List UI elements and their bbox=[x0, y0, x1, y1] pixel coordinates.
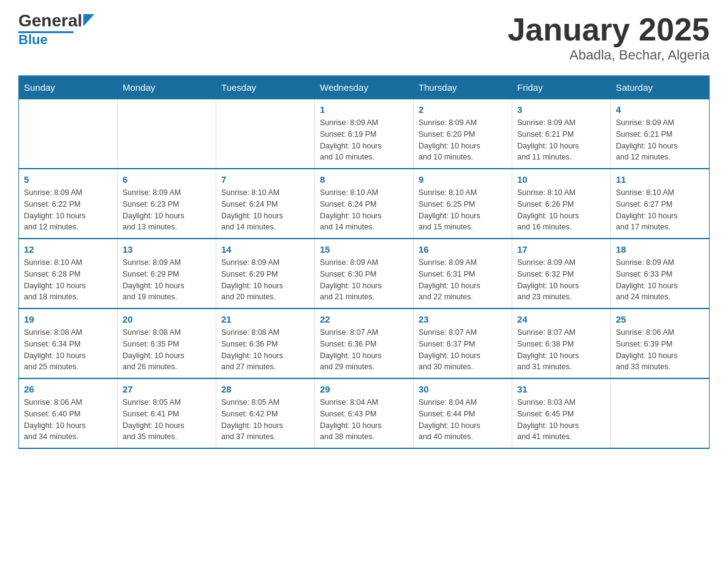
day-info: Sunrise: 8:10 AM Sunset: 6:27 PM Dayligh… bbox=[616, 187, 704, 233]
calendar-week-row: 1Sunrise: 8:09 AM Sunset: 6:19 PM Daylig… bbox=[19, 99, 710, 169]
day-info: Sunrise: 8:09 AM Sunset: 6:29 PM Dayligh… bbox=[221, 257, 309, 303]
day-number: 31 bbox=[517, 384, 605, 394]
day-info: Sunrise: 8:09 AM Sunset: 6:21 PM Dayligh… bbox=[517, 117, 605, 163]
day-number: 6 bbox=[123, 174, 211, 185]
day-number: 17 bbox=[517, 244, 605, 255]
day-number: 28 bbox=[221, 384, 309, 394]
day-number: 29 bbox=[320, 384, 408, 394]
column-header-tuesday: Tuesday bbox=[216, 76, 315, 99]
calendar-cell: 17Sunrise: 8:09 AM Sunset: 6:32 PM Dayli… bbox=[512, 239, 611, 308]
day-info: Sunrise: 8:10 AM Sunset: 6:25 PM Dayligh… bbox=[419, 187, 507, 233]
day-info: Sunrise: 8:04 AM Sunset: 6:44 PM Dayligh… bbox=[419, 397, 507, 443]
day-info: Sunrise: 8:09 AM Sunset: 6:32 PM Dayligh… bbox=[517, 257, 605, 303]
day-info: Sunrise: 8:09 AM Sunset: 6:33 PM Dayligh… bbox=[616, 257, 704, 303]
calendar-cell bbox=[19, 99, 118, 169]
day-info: Sunrise: 8:06 AM Sunset: 6:40 PM Dayligh… bbox=[24, 397, 112, 443]
page-header: General Blue January 2025 Abadla, Bechar… bbox=[18, 12, 710, 63]
day-info: Sunrise: 8:09 AM Sunset: 6:21 PM Dayligh… bbox=[616, 117, 704, 163]
calendar-cell bbox=[611, 378, 710, 448]
calendar-cell: 15Sunrise: 8:09 AM Sunset: 6:30 PM Dayli… bbox=[315, 239, 414, 308]
calendar-table: SundayMondayTuesdayWednesdayThursdayFrid… bbox=[18, 75, 710, 449]
logo-triangle-icon bbox=[83, 14, 94, 26]
calendar-week-row: 19Sunrise: 8:08 AM Sunset: 6:34 PM Dayli… bbox=[19, 308, 710, 378]
day-number: 30 bbox=[419, 384, 507, 394]
logo-general: General bbox=[18, 12, 82, 29]
calendar-cell bbox=[216, 99, 315, 169]
calendar-cell: 29Sunrise: 8:04 AM Sunset: 6:43 PM Dayli… bbox=[315, 378, 414, 448]
calendar-cell: 27Sunrise: 8:05 AM Sunset: 6:41 PM Dayli… bbox=[118, 378, 216, 448]
day-number: 12 bbox=[24, 244, 112, 255]
day-number: 9 bbox=[419, 174, 507, 185]
column-header-friday: Friday bbox=[512, 76, 611, 99]
day-info: Sunrise: 8:06 AM Sunset: 6:39 PM Dayligh… bbox=[616, 327, 704, 373]
column-header-monday: Monday bbox=[118, 76, 216, 99]
day-info: Sunrise: 8:10 AM Sunset: 6:24 PM Dayligh… bbox=[320, 187, 408, 233]
day-info: Sunrise: 8:08 AM Sunset: 6:35 PM Dayligh… bbox=[123, 327, 211, 373]
day-info: Sunrise: 8:04 AM Sunset: 6:43 PM Dayligh… bbox=[320, 397, 408, 443]
calendar-cell: 30Sunrise: 8:04 AM Sunset: 6:44 PM Dayli… bbox=[414, 378, 512, 448]
page-subtitle: Abadla, Bechar, Algeria bbox=[507, 47, 710, 63]
calendar-cell: 23Sunrise: 8:07 AM Sunset: 6:37 PM Dayli… bbox=[414, 308, 512, 378]
column-header-saturday: Saturday bbox=[611, 76, 710, 99]
day-info: Sunrise: 8:10 AM Sunset: 6:24 PM Dayligh… bbox=[221, 187, 309, 233]
calendar-cell bbox=[118, 99, 216, 169]
logo: General Blue bbox=[18, 12, 94, 47]
day-info: Sunrise: 8:05 AM Sunset: 6:42 PM Dayligh… bbox=[221, 397, 309, 443]
day-number: 15 bbox=[320, 244, 408, 255]
day-info: Sunrise: 8:09 AM Sunset: 6:19 PM Dayligh… bbox=[320, 117, 408, 163]
day-number: 27 bbox=[123, 384, 211, 394]
day-number: 23 bbox=[419, 314, 507, 324]
day-info: Sunrise: 8:03 AM Sunset: 6:45 PM Dayligh… bbox=[517, 397, 605, 443]
day-number: 7 bbox=[221, 174, 309, 185]
day-info: Sunrise: 8:10 AM Sunset: 6:26 PM Dayligh… bbox=[517, 187, 605, 233]
day-info: Sunrise: 8:07 AM Sunset: 6:36 PM Dayligh… bbox=[320, 327, 408, 373]
calendar-week-row: 5Sunrise: 8:09 AM Sunset: 6:22 PM Daylig… bbox=[19, 169, 710, 239]
day-info: Sunrise: 8:09 AM Sunset: 6:20 PM Dayligh… bbox=[419, 117, 507, 163]
svg-marker-0 bbox=[83, 14, 94, 26]
day-number: 1 bbox=[320, 104, 408, 115]
day-number: 14 bbox=[221, 244, 309, 255]
day-info: Sunrise: 8:08 AM Sunset: 6:36 PM Dayligh… bbox=[221, 327, 309, 373]
day-number: 20 bbox=[123, 314, 211, 324]
calendar-cell: 8Sunrise: 8:10 AM Sunset: 6:24 PM Daylig… bbox=[315, 169, 414, 239]
calendar-cell: 9Sunrise: 8:10 AM Sunset: 6:25 PM Daylig… bbox=[414, 169, 512, 239]
calendar-cell: 6Sunrise: 8:09 AM Sunset: 6:23 PM Daylig… bbox=[118, 169, 216, 239]
calendar-cell: 16Sunrise: 8:09 AM Sunset: 6:31 PM Dayli… bbox=[414, 239, 512, 308]
day-number: 2 bbox=[419, 104, 507, 115]
calendar-cell: 26Sunrise: 8:06 AM Sunset: 6:40 PM Dayli… bbox=[19, 378, 118, 448]
calendar-cell: 1Sunrise: 8:09 AM Sunset: 6:19 PM Daylig… bbox=[315, 99, 414, 169]
day-info: Sunrise: 8:10 AM Sunset: 6:28 PM Dayligh… bbox=[24, 257, 112, 303]
calendar-cell: 2Sunrise: 8:09 AM Sunset: 6:20 PM Daylig… bbox=[414, 99, 512, 169]
calendar-cell: 5Sunrise: 8:09 AM Sunset: 6:22 PM Daylig… bbox=[19, 169, 118, 239]
calendar-cell: 13Sunrise: 8:09 AM Sunset: 6:29 PM Dayli… bbox=[118, 239, 216, 308]
day-number: 22 bbox=[320, 314, 408, 324]
day-number: 4 bbox=[616, 104, 704, 115]
page-title: January 2025 bbox=[507, 12, 710, 47]
calendar-week-row: 26Sunrise: 8:06 AM Sunset: 6:40 PM Dayli… bbox=[19, 378, 710, 448]
calendar-cell: 21Sunrise: 8:08 AM Sunset: 6:36 PM Dayli… bbox=[216, 308, 315, 378]
calendar-cell: 11Sunrise: 8:10 AM Sunset: 6:27 PM Dayli… bbox=[611, 169, 710, 239]
day-number: 19 bbox=[24, 314, 112, 324]
calendar-cell: 28Sunrise: 8:05 AM Sunset: 6:42 PM Dayli… bbox=[216, 378, 315, 448]
calendar-cell: 31Sunrise: 8:03 AM Sunset: 6:45 PM Dayli… bbox=[512, 378, 611, 448]
day-number: 3 bbox=[517, 104, 605, 115]
day-number: 18 bbox=[616, 244, 704, 255]
calendar-header-row: SundayMondayTuesdayWednesdayThursdayFrid… bbox=[19, 76, 710, 99]
day-info: Sunrise: 8:09 AM Sunset: 6:22 PM Dayligh… bbox=[24, 187, 112, 233]
calendar-cell: 24Sunrise: 8:07 AM Sunset: 6:38 PM Dayli… bbox=[512, 308, 611, 378]
day-info: Sunrise: 8:09 AM Sunset: 6:30 PM Dayligh… bbox=[320, 257, 408, 303]
calendar-cell: 14Sunrise: 8:09 AM Sunset: 6:29 PM Dayli… bbox=[216, 239, 315, 308]
calendar-cell: 10Sunrise: 8:10 AM Sunset: 6:26 PM Dayli… bbox=[512, 169, 611, 239]
column-header-thursday: Thursday bbox=[414, 76, 512, 99]
day-info: Sunrise: 8:09 AM Sunset: 6:23 PM Dayligh… bbox=[123, 187, 211, 233]
day-number: 5 bbox=[24, 174, 112, 185]
day-number: 13 bbox=[123, 244, 211, 255]
calendar-cell: 22Sunrise: 8:07 AM Sunset: 6:36 PM Dayli… bbox=[315, 308, 414, 378]
day-number: 16 bbox=[419, 244, 507, 255]
logo-blue: Blue bbox=[18, 33, 48, 47]
day-info: Sunrise: 8:09 AM Sunset: 6:29 PM Dayligh… bbox=[123, 257, 211, 303]
column-header-wednesday: Wednesday bbox=[315, 76, 414, 99]
day-number: 26 bbox=[24, 384, 112, 394]
calendar-cell: 7Sunrise: 8:10 AM Sunset: 6:24 PM Daylig… bbox=[216, 169, 315, 239]
day-info: Sunrise: 8:07 AM Sunset: 6:38 PM Dayligh… bbox=[517, 327, 605, 373]
